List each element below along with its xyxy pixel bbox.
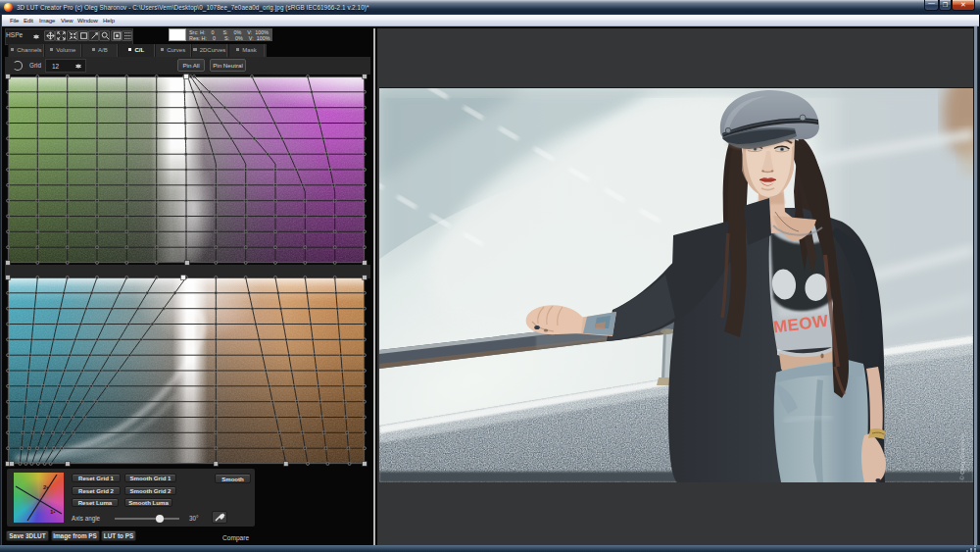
svg-text:1•: 1• <box>50 509 55 515</box>
svg-text:2•: 2• <box>43 484 48 490</box>
svg-text:© Oleg Sharonov: © Oleg Sharonov <box>958 433 965 480</box>
